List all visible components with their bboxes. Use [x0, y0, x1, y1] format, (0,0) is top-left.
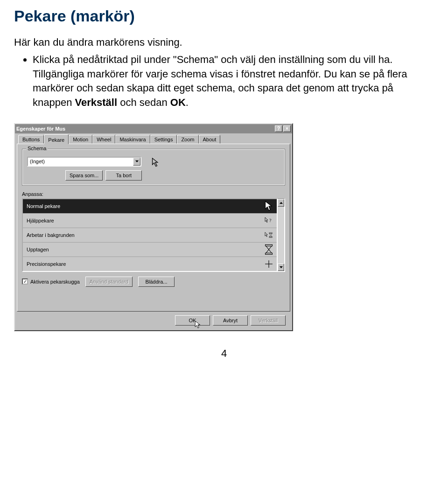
hourglass-icon: [265, 245, 273, 254]
list-scrollbar[interactable]: [278, 198, 285, 272]
page-number: 4: [14, 347, 434, 360]
tab-zoom[interactable]: Zoom: [177, 135, 198, 144]
cursor-preview-icon: [151, 158, 161, 167]
anpassa-label: Anpassa:: [22, 191, 285, 197]
help-button[interactable]: ?: [275, 125, 282, 132]
ok-button[interactable]: OK: [175, 315, 210, 326]
svg-marker-9: [280, 266, 283, 268]
browse-button[interactable]: Bläddra...: [138, 277, 175, 287]
list-item-label: Precisionspekare: [27, 261, 66, 267]
tab-buttons[interactable]: Buttons: [18, 135, 44, 144]
schema-legend: Schema: [26, 146, 48, 151]
tab-motion[interactable]: Motion: [69, 135, 92, 144]
list-item-label: Normal pekare: [27, 203, 60, 209]
intro-text: Här kan du ändra markörens visning.: [14, 35, 434, 50]
busy-cursor-icon: [265, 231, 273, 239]
svg-marker-8: [280, 202, 283, 204]
checkbox-icon[interactable]: ✓: [22, 278, 28, 285]
cancel-button[interactable]: Avbryt: [213, 315, 248, 326]
checkbox-label: Aktivera pekarskugga: [30, 279, 80, 285]
svg-rect-3: [269, 237, 272, 238]
close-button[interactable]: ×: [283, 125, 291, 132]
svg-text:?: ?: [269, 218, 272, 223]
use-default-button[interactable]: Använd standard: [85, 277, 133, 287]
instruction-bold-apply: Verkställ: [75, 97, 118, 108]
svg-rect-2: [269, 233, 272, 234]
tab-pekare[interactable]: Pekare: [44, 134, 69, 144]
help-cursor-icon: ?: [265, 216, 273, 225]
delete-button[interactable]: Ta bort: [105, 170, 142, 180]
tab-maskinvara[interactable]: Maskinvara: [115, 135, 150, 144]
schema-dropdown[interactable]: (Inget): [27, 157, 141, 167]
apply-button[interactable]: Verkställ: [251, 315, 286, 326]
instruction-mid: och sedan: [117, 97, 170, 108]
instruction-end: .: [186, 97, 189, 108]
tab-strip: Buttons Pekare Motion Wheel Maskinvara S…: [17, 134, 290, 144]
list-item[interactable]: Upptagen: [23, 243, 277, 257]
scroll-down-icon[interactable]: [278, 264, 284, 271]
save-as-button[interactable]: Spara som...: [65, 170, 103, 180]
instruction-list: Klicka på nedåtriktad pil under "Schema"…: [14, 53, 434, 110]
dialog-title: Egenskaper för Mus: [16, 126, 65, 132]
tab-wheel[interactable]: Wheel: [92, 135, 115, 144]
list-item-label: Arbetar i bakgrunden: [27, 232, 75, 238]
mouse-properties-dialog: Egenskaper för Mus ? × Buttons Pekare Mo…: [14, 123, 293, 331]
list-item-label: Hjälppekare: [27, 218, 54, 223]
tab-about[interactable]: About: [199, 135, 221, 144]
list-item-label: Upptagen: [27, 247, 49, 252]
cursor-list[interactable]: Normal pekare Hjälppekare ?: [22, 198, 278, 272]
list-item[interactable]: Hjälppekare ?: [23, 214, 277, 228]
page-title: Pekare (markör): [14, 7, 434, 25]
schema-value: (Inget): [28, 158, 133, 165]
dropdown-arrow-icon[interactable]: [133, 158, 140, 166]
svg-marker-0: [135, 160, 139, 162]
list-item[interactable]: Precisionspekare: [23, 257, 277, 271]
shadow-checkbox[interactable]: ✓ Aktivera pekarskugga: [22, 278, 80, 285]
tab-panel: Schema (Inget) Spara som... T: [17, 144, 290, 312]
titlebar[interactable]: Egenskaper för Mus ? ×: [15, 124, 292, 133]
schema-groupbox: Schema (Inget) Spara som... T: [22, 149, 285, 186]
mouse-cursor-icon: [195, 320, 201, 327]
scroll-up-icon[interactable]: [278, 199, 284, 207]
instruction-item: Klicka på nedåtriktad pil under "Schema"…: [33, 53, 434, 110]
crosshair-icon: [265, 260, 273, 268]
instruction-bold-ok: OK: [170, 97, 186, 108]
list-item[interactable]: Arbetar i bakgrunden: [23, 228, 277, 243]
svg-rect-5: [266, 253, 273, 254]
arrow-cursor-icon: [265, 202, 273, 210]
list-item[interactable]: Normal pekare: [23, 199, 277, 214]
tab-settings[interactable]: Settings: [150, 135, 177, 144]
